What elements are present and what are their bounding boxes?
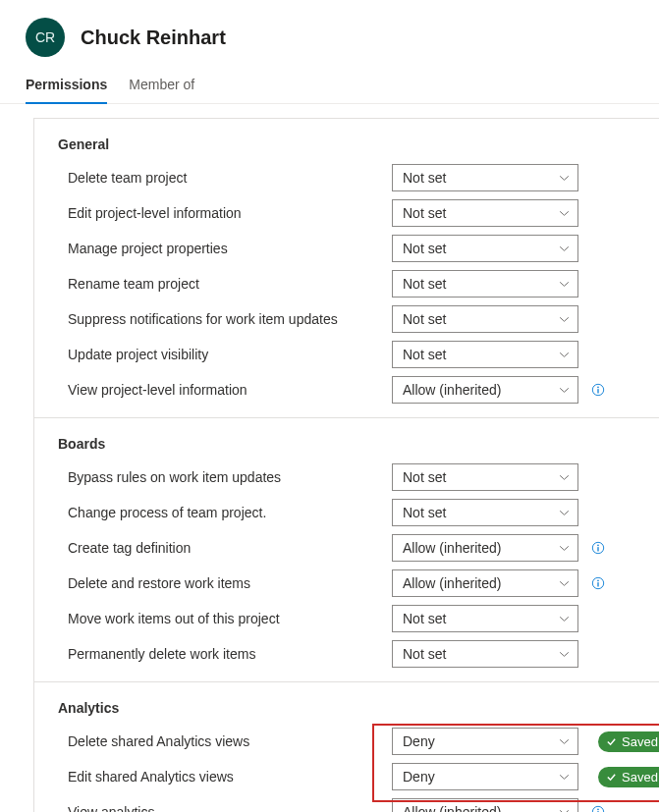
perm-value: Allow (inherited) bbox=[403, 804, 501, 812]
section-title-boards: Boards bbox=[34, 418, 659, 460]
svg-rect-8 bbox=[597, 582, 598, 586]
perm-select-view-analytics[interactable]: Allow (inherited) bbox=[392, 798, 578, 812]
perm-select-change-process[interactable]: Not set bbox=[392, 499, 578, 526]
saved-badge: Saved bbox=[598, 731, 659, 752]
perm-row-edit-project-level-info: Edit project-level information Not set bbox=[34, 195, 659, 231]
perm-select-rename-team-project[interactable]: Not set bbox=[392, 270, 578, 298]
perm-row-rename-team-project: Rename team project Not set bbox=[34, 266, 659, 301]
avatar: CR bbox=[26, 18, 65, 57]
perm-select-suppress-notifications[interactable]: Not set bbox=[392, 305, 578, 333]
perm-select-edit-project-level-info[interactable]: Not set bbox=[392, 199, 578, 227]
perm-value: Not set bbox=[403, 347, 446, 362]
chevron-down-icon bbox=[559, 387, 570, 394]
chevron-down-icon bbox=[559, 809, 570, 813]
chevron-down-icon bbox=[559, 545, 570, 552]
chevron-down-icon bbox=[559, 316, 570, 323]
info-icon[interactable] bbox=[590, 576, 605, 591]
perm-select-perm-delete[interactable]: Not set bbox=[392, 640, 578, 668]
perm-label: Bypass rules on work item updates bbox=[68, 469, 392, 485]
svg-point-10 bbox=[597, 809, 599, 811]
perm-label: Rename team project bbox=[68, 276, 392, 292]
chevron-down-icon bbox=[559, 175, 570, 182]
perm-label: View analytics bbox=[68, 804, 392, 812]
checkmark-icon bbox=[606, 772, 617, 783]
perm-select-move-work-items[interactable]: Not set bbox=[392, 605, 578, 632]
perm-row-delete-restore: Delete and restore work items Allow (inh… bbox=[34, 566, 659, 601]
perm-value: Deny bbox=[403, 733, 435, 749]
perm-label: Create tag definition bbox=[68, 540, 392, 556]
perm-value: Allow (inherited) bbox=[403, 575, 501, 591]
svg-rect-2 bbox=[597, 389, 598, 393]
perm-select-manage-project-props[interactable]: Not set bbox=[392, 235, 578, 262]
info-icon[interactable] bbox=[590, 383, 605, 398]
chevron-down-icon bbox=[559, 616, 570, 623]
svg-point-4 bbox=[597, 545, 599, 547]
perm-value: Not set bbox=[403, 241, 446, 256]
perm-select-create-tag-def[interactable]: Allow (inherited) bbox=[392, 534, 578, 562]
perm-label: Move work items out of this project bbox=[68, 611, 392, 626]
info-icon[interactable] bbox=[590, 541, 605, 556]
perm-row-view-project-level-info: View project-level information Allow (in… bbox=[34, 372, 659, 407]
perm-value: Not set bbox=[403, 646, 446, 662]
perm-row-edit-shared-analytics: Edit shared Analytics views Deny Saved bbox=[34, 759, 659, 794]
perm-label: Manage project properties bbox=[68, 241, 392, 256]
perm-row-change-process: Change process of team project. Not set bbox=[34, 495, 659, 530]
perm-label: View project-level information bbox=[68, 382, 392, 398]
saved-label: Saved bbox=[622, 734, 658, 749]
perm-value: Not set bbox=[403, 505, 446, 520]
saved-badge: Saved bbox=[598, 767, 659, 787]
svg-point-7 bbox=[597, 580, 599, 582]
perm-row-perm-delete: Permanently delete work items Not set bbox=[34, 636, 659, 672]
perm-row-suppress-notifications: Suppress notifications for work item upd… bbox=[34, 301, 659, 337]
permissions-panel: General Delete team project Not set Edit… bbox=[33, 118, 659, 812]
chevron-down-icon bbox=[559, 580, 570, 587]
chevron-down-icon bbox=[559, 352, 570, 358]
perm-label: Update project visibility bbox=[68, 347, 392, 362]
info-icon[interactable] bbox=[590, 805, 605, 813]
perm-label: Change process of team project. bbox=[68, 505, 392, 520]
chevron-down-icon bbox=[559, 510, 570, 516]
checkmark-icon bbox=[606, 736, 617, 747]
saved-label: Saved bbox=[622, 770, 658, 785]
perm-label: Suppress notifications for work item upd… bbox=[68, 311, 392, 327]
perm-row-manage-project-props: Manage project properties Not set bbox=[34, 231, 659, 266]
section-title-general: General bbox=[34, 119, 659, 160]
perm-value: Not set bbox=[403, 205, 446, 221]
perm-select-bypass-rules[interactable]: Not set bbox=[392, 463, 578, 491]
chevron-down-icon bbox=[559, 651, 570, 658]
tab-permissions[interactable]: Permissions bbox=[26, 71, 107, 104]
perm-value: Allow (inherited) bbox=[403, 540, 501, 556]
perm-row-update-project-visibility: Update project visibility Not set bbox=[34, 337, 659, 372]
perm-row-create-tag-def: Create tag definition Allow (inherited) bbox=[34, 530, 659, 566]
tab-member-of[interactable]: Member of bbox=[129, 71, 194, 104]
tab-bar: Permissions Member of bbox=[0, 57, 659, 104]
perm-label: Delete shared Analytics views bbox=[68, 733, 392, 749]
perm-value: Not set bbox=[403, 276, 446, 292]
perm-row-move-work-items: Move work items out of this project Not … bbox=[34, 601, 659, 636]
perm-select-delete-team-project[interactable]: Not set bbox=[392, 164, 578, 191]
chevron-down-icon bbox=[559, 281, 570, 288]
perm-value: Not set bbox=[403, 311, 446, 327]
perm-row-delete-team-project: Delete team project Not set bbox=[34, 160, 659, 195]
perm-select-delete-shared-analytics[interactable]: Deny bbox=[392, 728, 578, 755]
perm-select-delete-restore[interactable]: Allow (inherited) bbox=[392, 569, 578, 597]
perm-label: Delete and restore work items bbox=[68, 575, 392, 591]
perm-value: Not set bbox=[403, 611, 446, 626]
perm-row-bypass-rules: Bypass rules on work item updates Not se… bbox=[34, 460, 659, 495]
user-header: CR Chuck Reinhart bbox=[0, 0, 659, 57]
perm-value: Not set bbox=[403, 469, 446, 485]
svg-rect-5 bbox=[597, 547, 598, 551]
perm-value: Not set bbox=[403, 170, 446, 186]
chevron-down-icon bbox=[559, 210, 570, 217]
perm-select-update-project-visibility[interactable]: Not set bbox=[392, 341, 578, 368]
perm-select-edit-shared-analytics[interactable]: Deny bbox=[392, 763, 578, 790]
perm-label: Permanently delete work items bbox=[68, 646, 392, 662]
perm-label: Delete team project bbox=[68, 170, 392, 186]
perm-select-view-project-level-info[interactable]: Allow (inherited) bbox=[392, 376, 578, 404]
chevron-down-icon bbox=[559, 738, 570, 745]
perm-value: Allow (inherited) bbox=[403, 382, 501, 398]
svg-point-1 bbox=[597, 387, 599, 389]
perm-label: Edit project-level information bbox=[68, 205, 392, 221]
perm-row-delete-shared-analytics: Delete shared Analytics views Deny Saved bbox=[34, 724, 659, 759]
perm-value: Deny bbox=[403, 769, 435, 785]
